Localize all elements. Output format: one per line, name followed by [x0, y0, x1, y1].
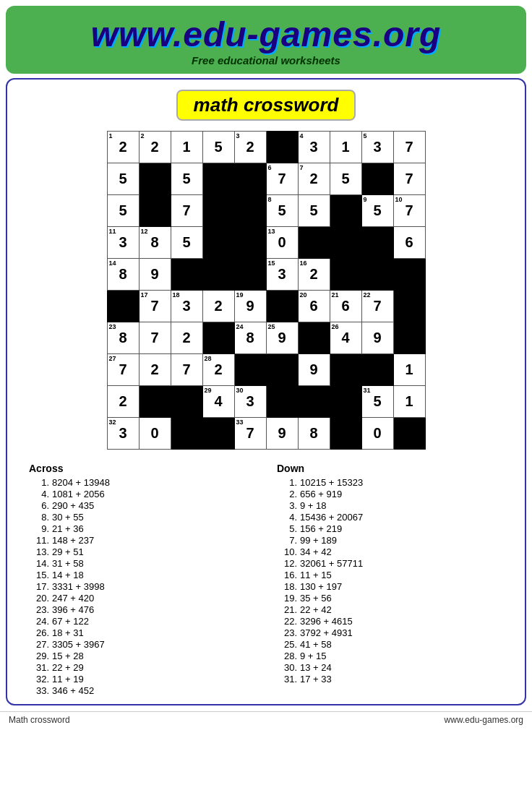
cell-value: 3: [119, 234, 126, 250]
grid-cell: 9: [139, 259, 171, 291]
cell-number: 33: [236, 419, 244, 426]
grid-cell: 5: [298, 195, 330, 227]
grid-cell: [393, 418, 425, 450]
clue-item: 21.22 + 42: [277, 604, 503, 615]
clue-text: 15436 + 20067: [300, 512, 363, 523]
grid-cell: [298, 386, 330, 418]
cell-number: 6: [268, 164, 272, 171]
grid-cell: 9: [266, 418, 298, 450]
header-subtitle: Free educational worksheets: [20, 54, 512, 66]
grid-cell: [107, 291, 139, 322]
grid-cell: [202, 227, 234, 259]
clue-number: 10.: [277, 546, 297, 557]
grid-cell: 303: [234, 386, 266, 418]
grid-cell: 277: [107, 354, 139, 386]
down-heading: Down: [277, 463, 503, 474]
grid-cell: [234, 354, 266, 386]
cell-value: 3: [278, 266, 286, 282]
cell-number: 11: [109, 228, 116, 235]
grid-cell: 0: [139, 418, 171, 450]
clues-down: Down 1.10215 + 153232.656 + 9193.9 + 184…: [277, 463, 503, 697]
grid-cell: 2: [139, 354, 171, 386]
grid-cell: 5: [330, 163, 361, 195]
clue-text: 15 + 28: [52, 651, 84, 661]
cell-number: 10: [395, 196, 403, 203]
clue-number: 31.: [277, 674, 297, 685]
clue-item: 19.35 + 56: [277, 593, 503, 604]
cell-value: 7: [119, 361, 126, 377]
clue-number: 8.: [29, 512, 49, 523]
clue-text: 346 + 452: [52, 685, 94, 696]
grid-cell: [266, 132, 298, 163]
clue-number: 22.: [277, 616, 297, 627]
cell-value: 1: [405, 361, 413, 377]
clues-section: Across 1.8204 + 139484.1081 + 20566.290 …: [22, 463, 510, 697]
cell-value: 8: [119, 266, 126, 282]
cell-value: 2: [150, 361, 158, 377]
grid-cell: 95: [361, 195, 393, 227]
grid-cell: [330, 259, 361, 291]
cell-number: 29: [205, 387, 212, 394]
cell-number: 31: [364, 387, 371, 394]
clue-number: 26.: [29, 627, 49, 638]
grid-cell: [139, 163, 171, 195]
cell-number: 26: [332, 323, 339, 330]
clue-number: 12.: [277, 558, 297, 569]
cell-value: 2: [182, 330, 190, 346]
cell-number: 25: [268, 323, 275, 330]
grid-cell: 294: [202, 386, 234, 418]
clue-number: 16.: [277, 570, 297, 580]
clue-item: 5.156 + 219: [277, 523, 503, 534]
clue-text: 9 + 15: [300, 651, 327, 661]
clue-text: 22 + 29: [52, 662, 84, 673]
grid-cell: 113: [107, 227, 139, 259]
cell-value: 7: [150, 330, 158, 346]
grid-cell: 5: [171, 163, 202, 195]
clue-number: 32.: [29, 674, 49, 685]
grid-cell: 12: [107, 132, 139, 163]
clue-text: 130 + 197: [300, 581, 342, 592]
grid-cell: [361, 163, 393, 195]
cell-value: 9: [309, 361, 317, 377]
clue-item: 18.130 + 197: [277, 581, 503, 592]
grid-cell: 22: [139, 132, 171, 163]
clue-text: 14 + 18: [52, 570, 84, 580]
grid-cell: 227: [361, 291, 393, 322]
clue-text: 156 + 219: [300, 523, 342, 534]
clue-text: 3792 + 4931: [300, 627, 353, 638]
cell-number: 23: [109, 323, 116, 330]
cell-value: 3: [309, 139, 317, 155]
grid-cell: 7: [393, 163, 425, 195]
cell-value: 2: [246, 139, 254, 155]
cell-value: 0: [278, 234, 286, 250]
clue-item: 30.13 + 24: [277, 662, 503, 673]
clue-number: 20.: [29, 593, 49, 604]
grid-cell: [266, 354, 298, 386]
grid-cell: [330, 386, 361, 418]
clue-item: 32.11 + 19: [29, 674, 255, 685]
cell-value: 0: [373, 425, 381, 441]
grid-cell: [202, 163, 234, 195]
grid-cell: 107: [393, 195, 425, 227]
grid-cell: [171, 386, 202, 418]
clue-text: 41 + 58: [300, 639, 332, 650]
clue-item: 28.9 + 15: [277, 651, 503, 661]
grid-cell: 1: [171, 132, 202, 163]
crossword-grid: 1222153243153755677257578559510711312851…: [107, 131, 426, 450]
grid-cell: 206: [298, 291, 330, 322]
grid-cell: [330, 195, 361, 227]
clue-text: 22 + 42: [300, 604, 332, 615]
cell-number: 15: [268, 259, 275, 267]
clue-item: 13.29 + 51: [29, 546, 255, 557]
grid-cell: 6: [393, 227, 425, 259]
clue-text: 8204 + 13948: [52, 477, 110, 488]
grid-cell: [266, 291, 298, 322]
cell-value: 7: [182, 361, 190, 377]
clue-item: 15.14 + 18: [29, 570, 255, 580]
clue-item: 2.656 + 919: [277, 489, 503, 499]
clue-item: 23.396 + 476: [29, 604, 255, 615]
grid-cell: 183: [171, 291, 202, 322]
grid-cell: [234, 227, 266, 259]
cell-value: 5: [119, 171, 126, 186]
clue-number: 27.: [29, 639, 49, 650]
